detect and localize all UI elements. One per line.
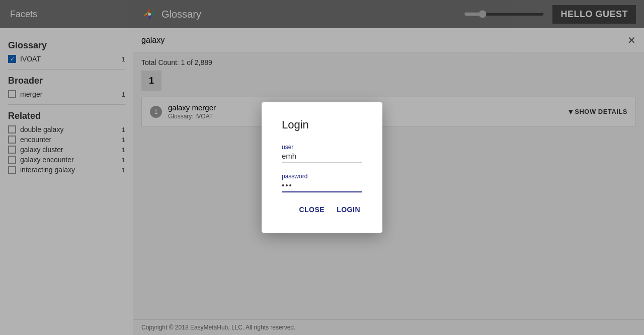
user-label: user: [282, 144, 362, 151]
login-dialog: Login user emh password ••• CLOSE LOGIN: [262, 102, 382, 233]
dialog-actions: CLOSE LOGIN: [282, 203, 362, 217]
login-button[interactable]: LOGIN: [335, 203, 362, 217]
dialog-overlay[interactable]: Login user emh password ••• CLOSE LOGIN: [0, 0, 644, 335]
password-label: password: [282, 173, 362, 180]
dialog-title: Login: [282, 118, 362, 131]
password-value-display[interactable]: •••: [282, 181, 362, 192]
user-value-display: emh: [282, 152, 362, 163]
close-button[interactable]: CLOSE: [297, 203, 327, 217]
